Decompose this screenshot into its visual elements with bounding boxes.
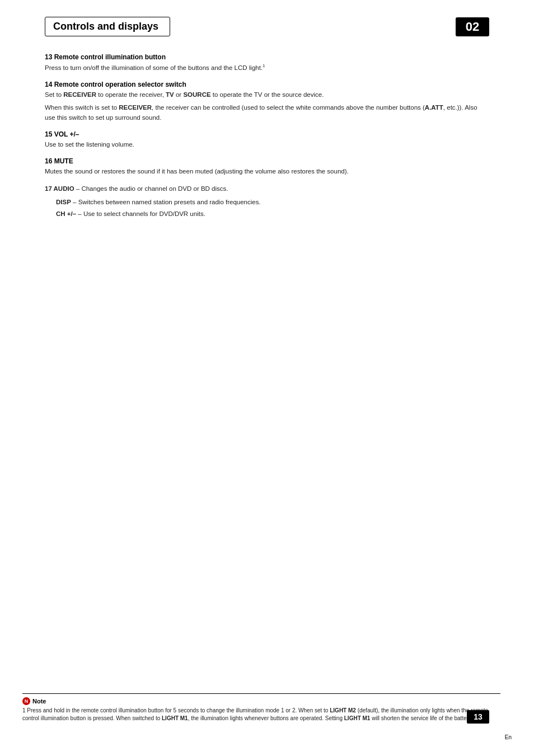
bold-lightm1-2: LIGHT M1	[344, 715, 371, 721]
bold-disp: DISP	[56, 199, 71, 205]
section-15-title: 15 VOL +/–	[45, 130, 478, 138]
content-area: 13 Remote control illumination button Pr…	[45, 53, 478, 219]
section-14-body2: When this switch is set to RECEIVER, the…	[45, 103, 478, 123]
section-15: 15 VOL +/– Use to set the listening volu…	[45, 130, 478, 149]
section-15-body: Use to set the listening volume.	[45, 140, 478, 149]
note-icon: N	[22, 697, 30, 705]
page-number-container: 13 En	[505, 733, 512, 740]
bold-ch: CH +/–	[56, 210, 76, 217]
page-header: Controls and displays 02	[45, 17, 489, 36]
page-number-badge: 13	[467, 710, 489, 724]
section-16-title: 16 MUTE	[45, 157, 478, 165]
header-title-box: Controls and displays	[45, 17, 170, 36]
section-17-title: 17 AUDIO – Changes the audio or channel …	[45, 184, 478, 194]
section-13-title: 13 Remote control illumination button	[45, 53, 478, 61]
bold-aatt: A.ATT	[425, 104, 443, 111]
section-17-disp: DISP – Switches between named station pr…	[56, 198, 478, 207]
section-13-heading: 13 Remote control illumination button	[45, 53, 166, 61]
bold-source: SOURCE	[183, 91, 210, 98]
section-13: 13 Remote control illumination button Pr…	[45, 53, 478, 73]
section-17: 17 AUDIO – Changes the audio or channel …	[45, 184, 478, 219]
section-16: 16 MUTE Mutes the sound or restores the …	[45, 157, 478, 176]
note-header: N Note	[22, 697, 500, 705]
page-title: Controls and displays	[53, 21, 158, 32]
section-14-title: 14 Remote control operation selector swi…	[45, 81, 478, 88]
chapter-badge: 02	[456, 17, 489, 36]
section-17-ch: CH +/– – Use to select channels for DVD/…	[56, 209, 478, 219]
section-17-number: 17 AUDIO	[45, 185, 74, 192]
note-text: 1 Press and hold in the remote control i…	[22, 707, 500, 722]
bold-tv: TV	[166, 91, 174, 98]
section-14-body1: Set to RECEIVER to operate the receiver,…	[45, 90, 478, 100]
bold-lightm1-1: LIGHT M1	[162, 715, 188, 721]
section-16-body: Mutes the sound or restores the sound if…	[45, 167, 478, 176]
footer-note-area: N Note 1 Press and hold in the remote co…	[22, 693, 500, 722]
page-lang: En	[505, 734, 512, 740]
bold-receiver-2: RECEIVER	[119, 104, 152, 111]
section-14: 14 Remote control operation selector swi…	[45, 81, 478, 123]
note-label: Note	[32, 698, 46, 705]
bold-lightm2: LIGHT M2	[330, 707, 356, 713]
footnote-ref-1: 1	[263, 63, 265, 68]
section-13-body: Press to turn on/off the illumination of…	[45, 63, 478, 73]
bold-receiver-1: RECEIVER	[63, 91, 96, 98]
